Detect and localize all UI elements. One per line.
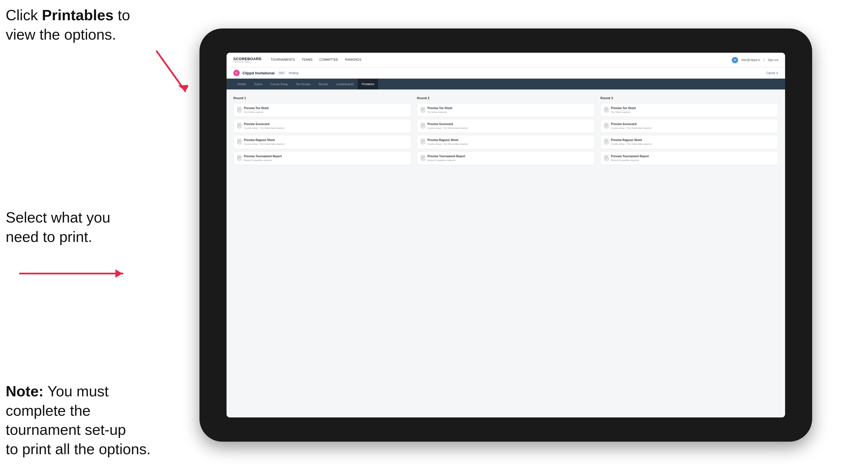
svg-marker-3 [116, 269, 123, 278]
round-1-scorecard[interactable]: Preview Scorecard Course setup + Tee She… [234, 119, 411, 133]
nav-link-rankings[interactable]: RANKINGS [345, 58, 361, 62]
tab-course-setup[interactable]: Course Setup [267, 79, 292, 90]
document-icon-6 [421, 123, 425, 128]
tab-leaderboards[interactable]: Leaderboards [332, 79, 358, 90]
svg-rect-16 [237, 155, 241, 160]
round-3-title: Round 3 [600, 96, 778, 100]
round-1-title: Round 1 [234, 96, 411, 100]
annotation-top-text3: view the options. [6, 26, 116, 43]
document-icon-3 [237, 139, 242, 145]
svg-marker-1 [178, 85, 188, 91]
sign-out-link[interactable]: Sign out [768, 58, 778, 62]
top-nav-left: SCOREBOARD Powered by clippd TOURNAMENTS… [234, 57, 361, 63]
round-3-scorecard-name: Preview Scorecard [611, 122, 651, 126]
round-2-report-name: Preview Tournament Report [428, 154, 465, 158]
document-icon-5 [421, 107, 425, 113]
user-avatar: B [732, 57, 738, 63]
round-3-tee-sheet-note: Tee Sheet required [611, 111, 636, 114]
round-3-raguzzi[interactable]: Preview Raguzzi Sheet Course setup + Tee… [600, 135, 778, 149]
svg-rect-12 [237, 139, 241, 144]
round-3-scorecard[interactable]: Preview Scorecard Course setup + Tee She… [600, 119, 778, 133]
cancel-button[interactable]: Cancel ✕ [766, 71, 778, 75]
svg-rect-4 [237, 107, 241, 112]
arrow-top-icon [80, 45, 188, 97]
round-3-report-name: Preview Tournament Report [611, 154, 649, 158]
tab-tee-groups[interactable]: Tee Groups [292, 79, 315, 90]
tab-teams[interactable]: Teams [250, 79, 267, 90]
svg-rect-36 [604, 107, 609, 112]
arrow-middle-icon [17, 256, 131, 291]
document-icon-10 [604, 123, 609, 128]
top-nav-links: TOURNAMENTS TEAMS COMMITTEE RANKINGS [271, 58, 361, 62]
round-1-tee-sheet-info: Preview Tee Sheet Tee Sheet required [244, 106, 269, 114]
annotation-top-bold: Printables [42, 7, 114, 23]
tablet-screen: SCOREBOARD Powered by clippd TOURNAMENTS… [226, 53, 785, 417]
round-2-scorecard[interactable]: Preview Scorecard Course setup + Tee She… [417, 119, 595, 133]
round-1-tee-sheet-name: Preview Tee Sheet [244, 106, 269, 110]
nav-link-committee[interactable]: COMMITTEE [319, 58, 338, 62]
separator: | [764, 58, 765, 62]
document-icon-8 [421, 155, 425, 161]
rounds-grid: Round 1 Preview Tee Sheet [234, 96, 778, 167]
round-1-scorecard-note: Course setup + Tee Sheet data required [244, 126, 284, 130]
round-3-report-info: Preview Tournament Report Round Completi… [611, 154, 649, 162]
round-3-tee-sheet[interactable]: Preview Tee Sheet Tee Sheet required [600, 103, 778, 117]
annotation-bottom-text1: You must [43, 383, 108, 400]
annotation-bottom-bold: Note: [6, 383, 43, 400]
round-1-raguzzi-info: Preview Raguzzi Sheet Course setup + Tee… [244, 138, 284, 146]
annotation-middle-text1: Select what you [6, 209, 110, 226]
round-1-raguzzi-name: Preview Raguzzi Sheet [244, 138, 284, 142]
round-3-report-note: Round Completion required [611, 159, 649, 162]
round-1-tee-sheet[interactable]: Preview Tee Sheet Tee Sheet required [234, 103, 411, 117]
svg-rect-32 [421, 155, 425, 160]
tab-details[interactable]: Details [234, 79, 250, 90]
round-2-tournament-report[interactable]: Preview Tournament Report Round Completi… [417, 151, 595, 165]
round-3-tee-sheet-name: Preview Tee Sheet [611, 106, 636, 110]
round-2-report-info: Preview Tournament Report Round Completi… [428, 154, 465, 162]
round-1-scorecard-name: Preview Scorecard [244, 122, 284, 126]
annotation-bottom: Note: You must complete the tournament s… [6, 382, 151, 459]
tab-results[interactable]: Results [315, 79, 332, 90]
round-2-raguzzi[interactable]: Preview Raguzzi Sheet Course setup + Tee… [417, 135, 595, 149]
document-icon-2 [237, 123, 242, 128]
tournament-name: Clippd Invitational [243, 71, 275, 75]
nav-link-tournaments[interactable]: TOURNAMENTS [271, 58, 295, 62]
svg-line-0 [157, 51, 185, 91]
round-3-raguzzi-note: Course setup + Tee Sheet data required [611, 143, 651, 146]
round-1-report-note: Round Completion required [244, 159, 282, 162]
round-1-report-info: Preview Tournament Report Round Completi… [244, 154, 282, 162]
annotation-bottom-text2: complete the [6, 402, 91, 419]
document-icon [237, 107, 242, 113]
scoreboard-brand: SCOREBOARD Powered by clippd [234, 57, 261, 63]
svg-rect-8 [237, 123, 241, 128]
round-2-raguzzi-info: Preview Raguzzi Sheet Course setup + Tee… [428, 138, 468, 146]
round-3-tee-sheet-info: Preview Tee Sheet Tee Sheet required [611, 106, 636, 114]
content-area: Round 1 Preview Tee Sheet [226, 90, 785, 417]
tournament-logo: C [234, 70, 240, 76]
round-1-tournament-report[interactable]: Preview Tournament Report Round Completi… [234, 151, 411, 165]
tab-printables[interactable]: Printables [358, 79, 378, 90]
document-icon-11 [604, 139, 609, 145]
round-2-report-note: Round Completion required [428, 159, 465, 162]
annotation-top-text2: to [114, 7, 130, 23]
tournament-header: C Clippd Invitational Men Hosting Cancel… [226, 67, 785, 79]
annotation-top-text1: Click [6, 7, 42, 23]
nav-link-teams[interactable]: TEAMS [302, 58, 313, 62]
round-2-tee-sheet-info: Preview Tee Sheet Tee Sheet required [428, 106, 452, 114]
annotation-bottom-text3: tournament set-up [6, 422, 126, 438]
round-2-tee-sheet-note: Tee Sheet required [428, 111, 452, 114]
document-icon-9 [604, 107, 609, 113]
round-2-scorecard-info: Preview Scorecard Course setup + Tee She… [428, 122, 468, 130]
svg-rect-44 [604, 139, 609, 144]
svg-rect-40 [604, 123, 609, 128]
round-3-tournament-report[interactable]: Preview Tournament Report Round Completi… [600, 151, 778, 165]
round-2-raguzzi-name: Preview Raguzzi Sheet [428, 138, 468, 142]
annotation-top: Click Printables to view the options. [6, 6, 130, 44]
user-email: blair@clippd.io [742, 58, 760, 62]
round-2-tee-sheet[interactable]: Preview Tee Sheet Tee Sheet required [417, 103, 595, 117]
annotation-bottom-text4: to print all the options. [6, 441, 151, 457]
round-1-raguzzi[interactable]: Preview Raguzzi Sheet Course setup + Tee… [234, 135, 411, 149]
round-2-tee-sheet-name: Preview Tee Sheet [428, 106, 452, 110]
round-2-scorecard-note: Course setup + Tee Sheet data required [428, 126, 468, 130]
top-nav-right: B blair@clippd.io | Sign out [732, 57, 778, 63]
